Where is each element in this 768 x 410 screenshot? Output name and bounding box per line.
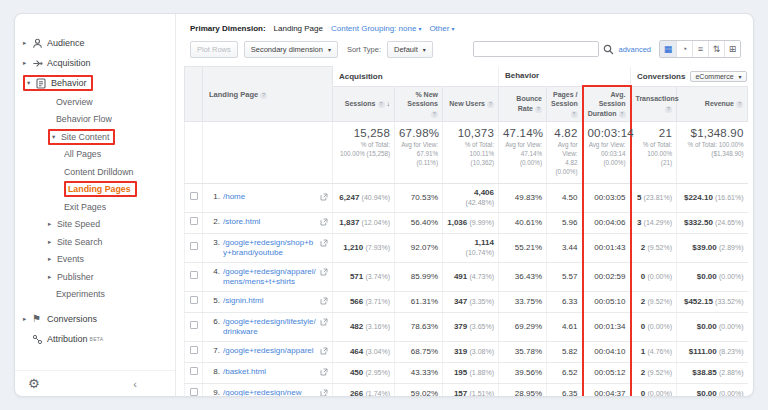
sessions-percent: (2.95%) xyxy=(365,369,390,376)
pages-session-cell: 6.33 xyxy=(547,291,583,312)
pages-session-value: 5.96 xyxy=(562,218,578,227)
landing-page-link[interactable]: /store.html xyxy=(223,217,317,227)
row-checkbox[interactable] xyxy=(190,192,198,200)
sessions-cell: 1,210 (7.93%) xyxy=(333,233,395,262)
landing-page-column-header[interactable]: Landing Page? xyxy=(203,67,333,122)
sidebar-item-site-speed[interactable]: ▸ Site Speed xyxy=(15,216,175,234)
comparison-view-icon[interactable]: ⇅ xyxy=(708,41,724,57)
revenue-cell: $0.00 (0.00%) xyxy=(677,262,748,291)
row-checkbox[interactable] xyxy=(190,271,198,279)
sidebar-item-behavior-flow[interactable]: Behavior Flow xyxy=(15,111,175,129)
select-all-header xyxy=(185,67,203,122)
bounce-rate-cell: 69.29% xyxy=(499,312,547,341)
open-in-new-icon[interactable] xyxy=(320,297,328,308)
landing-page-link[interactable]: /google+redesign/new xyxy=(223,388,317,396)
collapse-sidebar-icon[interactable]: ‹ xyxy=(133,378,137,390)
landing-page-link[interactable]: /basket.html xyxy=(223,367,317,377)
landing-page-link[interactable]: /google+redesign/apparel/mens/mens+t+shi… xyxy=(223,267,317,287)
transactions-value: 0 xyxy=(641,389,645,396)
sidebar-item-events[interactable]: ▸ Events xyxy=(15,251,175,269)
row-checkbox[interactable] xyxy=(190,346,198,354)
landing-page-link[interactable]: /google+redesign/apparel xyxy=(223,346,317,356)
content-grouping-link[interactable]: Content Grouping: none▾ xyxy=(331,24,421,33)
gear-icon[interactable]: ⚙ xyxy=(28,376,40,391)
avg-session-duration-column-header[interactable]: Avg. Session Duration? xyxy=(583,86,631,122)
row-checkbox[interactable] xyxy=(190,242,198,250)
row-checkbox[interactable] xyxy=(190,367,198,375)
new-users-column-header[interactable]: New Users? xyxy=(443,86,499,122)
landing-page-link[interactable]: /google+redesign/shop+by+brand/youtube xyxy=(223,238,317,258)
performance-view-icon[interactable]: ≡ xyxy=(692,41,708,57)
sidebar-item-overview[interactable]: Overview xyxy=(15,93,175,111)
sidebar-item-site-content[interactable]: ▾ Site Content xyxy=(15,128,175,146)
transactions-percent: (9.52%) xyxy=(647,244,672,251)
sort-type-button[interactable]: Default▾ xyxy=(387,41,433,58)
bounce-rate-column-header[interactable]: Bounce Rate? xyxy=(499,86,547,122)
open-in-new-icon[interactable] xyxy=(320,318,328,329)
help-icon[interactable]: ? xyxy=(260,92,267,99)
pages-session-column-header[interactable]: Pages / Session? xyxy=(547,86,583,122)
sidebar-item-behavior[interactable]: ▾ Behavior xyxy=(15,73,175,93)
search-icon[interactable] xyxy=(603,44,614,55)
sessions-column-header[interactable]: Sessions?↓ xyxy=(333,86,395,122)
sidebar-item-attribution[interactable]: Attribution BETA xyxy=(15,329,175,349)
table-view-icon[interactable]: ▦ xyxy=(660,41,676,57)
row-checkbox[interactable] xyxy=(190,321,198,329)
sidebar-item-experiments[interactable]: Experiments xyxy=(15,286,175,304)
help-icon[interactable]: ? xyxy=(736,101,743,108)
sidebar-item-landing-pages[interactable]: Landing Pages xyxy=(15,181,175,199)
help-icon[interactable]: ? xyxy=(378,101,385,108)
sidebar-item-publisher[interactable]: ▸ Publisher xyxy=(15,268,175,286)
bounce-rate-cell: 35.78% xyxy=(499,341,547,362)
help-icon[interactable]: ? xyxy=(431,111,438,118)
sidebar-item-exit-pages[interactable]: Exit Pages xyxy=(15,198,175,216)
landing-page-link[interactable]: /signin.html xyxy=(223,296,317,306)
summary-value: $1,348.90 xyxy=(681,127,744,139)
open-in-new-icon[interactable] xyxy=(320,218,328,229)
landing-page-link[interactable]: /home xyxy=(223,192,317,202)
open-in-new-icon[interactable] xyxy=(320,368,328,379)
open-in-new-icon[interactable] xyxy=(320,193,328,204)
row-checkbox[interactable] xyxy=(190,296,198,304)
pivot-view-icon[interactable]: ⊞ xyxy=(724,41,740,57)
pages-session-cell: 6.52 xyxy=(547,362,583,383)
revenue-percent: (33.52%) xyxy=(715,298,743,305)
transactions-column-header[interactable]: Transactions? xyxy=(631,86,677,122)
open-in-new-icon[interactable] xyxy=(320,239,328,250)
sidebar-item-all-pages[interactable]: All Pages xyxy=(15,146,175,164)
open-in-new-icon[interactable] xyxy=(320,389,328,396)
sidebar-item-site-search[interactable]: ▸ Site Search xyxy=(15,233,175,251)
help-icon[interactable]: ? xyxy=(571,111,578,118)
new-sessions-column-header[interactable]: % New Sessions? xyxy=(395,86,443,122)
ecommerce-goal-select[interactable]: eCommerce▾ xyxy=(690,71,746,82)
revenue-column-header[interactable]: Revenue? xyxy=(677,86,748,122)
help-icon[interactable]: ? xyxy=(487,101,494,108)
sidebar-item-acquisition[interactable]: ▸ Acquisition xyxy=(15,53,175,73)
row-checkbox[interactable] xyxy=(190,388,198,396)
sidebar-item-label: Overview xyxy=(56,97,93,107)
sidebar-item-conversions[interactable]: ▸ ⚑ Conversions xyxy=(15,309,175,329)
open-in-new-icon[interactable] xyxy=(320,268,328,279)
other-dimension-link[interactable]: Other▾ xyxy=(429,24,454,33)
help-icon[interactable]: ? xyxy=(665,106,672,113)
column-header-label: Sessions xyxy=(345,100,376,107)
primary-dimension-value[interactable]: Landing Page xyxy=(274,24,323,33)
sidebar-item-audience[interactable]: ▸ Audience xyxy=(15,33,175,53)
sidebar-item-content-drilldown[interactable]: Content Drilldown xyxy=(15,163,175,181)
help-icon[interactable]: ? xyxy=(619,111,626,118)
sort-type-value: Default xyxy=(394,45,418,54)
row-checkbox[interactable] xyxy=(190,217,198,225)
sidebar-item-label: Landing Pages xyxy=(68,184,131,194)
help-icon[interactable]: ? xyxy=(535,106,542,113)
secondary-dimension-button[interactable]: Secondary dimension▾ xyxy=(244,41,338,58)
new-sessions-cell: 68.75% xyxy=(395,341,443,362)
open-in-new-icon[interactable] xyxy=(320,347,328,358)
landing-page-cell: 5. /signin.html xyxy=(203,291,333,312)
advanced-search-link[interactable]: advanced xyxy=(618,45,651,54)
landing-page-link[interactable]: /google+redesign/lifestyle/drinkware xyxy=(223,317,317,337)
plot-rows-button[interactable]: Plot Rows xyxy=(190,41,238,58)
search-input[interactable] xyxy=(473,41,599,57)
percentage-view-icon[interactable]: ◔ xyxy=(676,41,692,57)
sessions-cell: 450 (2.95%) xyxy=(333,362,395,383)
avg-duration-value: 00:04:06 xyxy=(594,218,625,227)
